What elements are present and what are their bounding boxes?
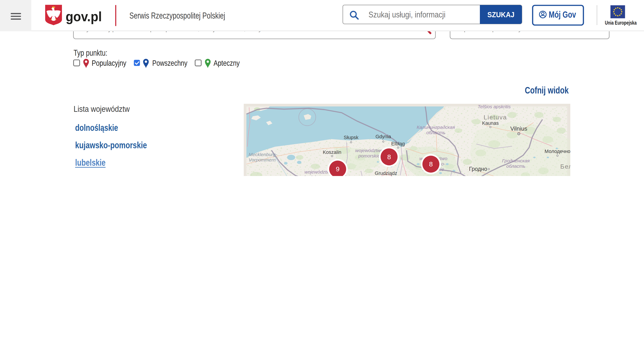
svg-text:lubuskie: lubuskie: [75, 175, 104, 176]
svg-text:Gdynia: Gdynia: [376, 134, 391, 139]
svg-text:Молодечно: Молодечно: [544, 148, 570, 154]
svg-text:województwo: województwo: [355, 148, 383, 153]
svg-text:pomorskie: pomorskie: [358, 153, 380, 158]
svg-text:9: 9: [336, 165, 340, 173]
svg-text:8: 8: [387, 153, 391, 160]
svg-text:Szukaj usługi, informacji: Szukaj usługi, informacji: [368, 10, 446, 19]
svg-text:Powszechny: Powszechny: [152, 58, 188, 67]
svg-text:Kaunas: Kaunas: [482, 120, 499, 126]
svg-text:lubelskie: lubelskie: [75, 158, 106, 168]
svg-text:Populacyjny: Populacyjny: [92, 58, 126, 67]
svg-text:Grudziądz: Grudziądz: [375, 170, 397, 176]
svg-text:Serwis Rzeczypospolitej Polski: Serwis Rzeczypospolitej Polskiej: [130, 11, 225, 20]
svg-text:kujawsko-pomorskie: kujawsko-pomorskie: [75, 140, 147, 150]
svg-text:Elbląg: Elbląg: [391, 141, 405, 146]
svg-text:8: 8: [429, 160, 433, 168]
svg-text:Apteczny: Apteczny: [214, 58, 240, 67]
svg-text:Koszalin: Koszalin: [323, 150, 341, 155]
svg-text:область: область: [426, 130, 446, 135]
svg-text:gov.pl: gov.pl: [66, 9, 102, 24]
svg-text:Słupsk: Słupsk: [344, 135, 359, 140]
svg-text:Unia Europejska: Unia Europejska: [605, 20, 636, 26]
svg-text:Typ punktu:: Typ punktu:: [74, 48, 107, 58]
svg-text:dolnośląskie: dolnośląskie: [75, 123, 118, 132]
svg-text:область: область: [506, 164, 526, 168]
svg-text:Гродненская: Гродненская: [502, 158, 530, 163]
svg-text:Mój Gov: Mój Gov: [549, 10, 576, 20]
svg-text:Гродно: Гродно: [469, 166, 487, 172]
svg-text:Калининградская: Калининградская: [417, 124, 455, 130]
svg-text:SZUKAJ: SZUKAJ: [488, 10, 514, 19]
svg-text:Lista województw: Lista województw: [74, 104, 130, 114]
svg-text:Mecklenburg-: Mecklenburg-: [249, 152, 277, 157]
svg-text:Telšios apskritis: Telšios apskritis: [478, 104, 511, 109]
svg-text:Vorpommern: Vorpommern: [249, 157, 276, 162]
svg-text:Cofnij widok: Cofnij widok: [525, 85, 569, 96]
svg-text:Vilnius: Vilnius: [510, 125, 527, 132]
svg-text:Lietuva: Lietuva: [484, 114, 507, 121]
